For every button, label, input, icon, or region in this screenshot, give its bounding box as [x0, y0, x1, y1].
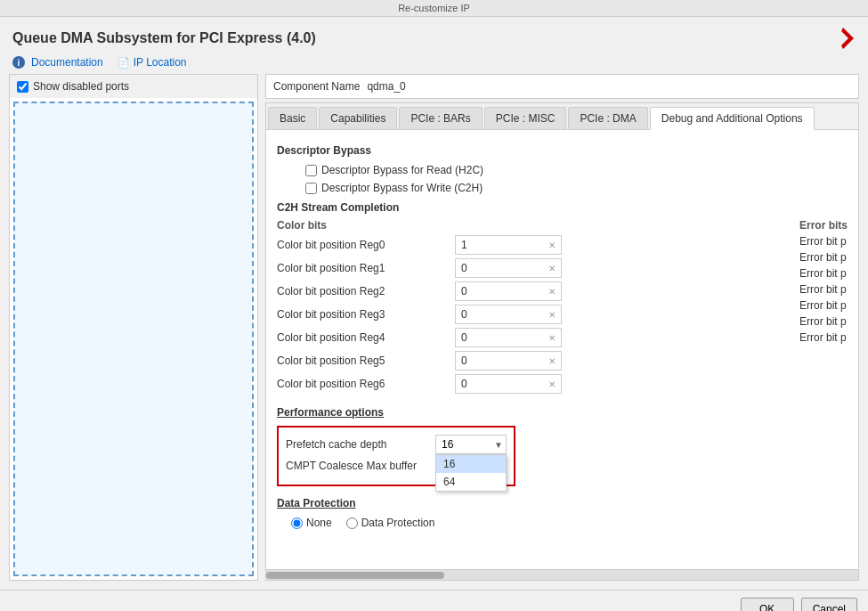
prefetch-cache-select[interactable]: 16 64	[435, 435, 507, 454]
color-bit-label-6: Color bit position Reg6	[277, 378, 455, 390]
performance-box: Prefetch cache depth 16 64 ▼	[277, 426, 515, 486]
ip-location-label: IP Location	[134, 56, 187, 69]
tab-debug[interactable]: Debug and Additional Options	[650, 107, 815, 130]
info-icon: i	[12, 56, 25, 69]
dropdown-option-16[interactable]: 16	[436, 455, 506, 473]
c2h-section: C2H Stream Completion Color bits Color b…	[277, 201, 848, 397]
nav-links: i Documentation 📄 IP Location	[0, 54, 868, 74]
error-bit-text-4: Error bit p	[799, 299, 847, 312]
radio-data-protection[interactable]	[346, 517, 358, 529]
c2h-title: C2H Stream Completion	[277, 201, 848, 214]
clear-icon-5[interactable]: ✕	[548, 356, 556, 366]
port-canvas	[13, 102, 254, 576]
documentation-link[interactable]: i Documentation	[12, 56, 103, 69]
show-disabled-ports-label: Show disabled ports	[33, 80, 129, 93]
color-bit-label-4: Color bit position Reg4	[277, 331, 455, 344]
color-bits-header: Color bits	[277, 219, 782, 232]
right-panel: Component Name qdma_0 Basic Capabilities…	[265, 74, 859, 581]
main-window: Queue DMA Subsystem for PCI Express (4.0…	[0, 17, 868, 611]
color-bit-value-0: 1	[461, 239, 467, 251]
color-bit-input-0[interactable]: 1 ✕	[455, 235, 562, 255]
color-bit-input-6[interactable]: 0 ✕	[455, 374, 562, 394]
color-bit-input-4[interactable]: 0 ✕	[455, 328, 562, 347]
color-bit-label-1: Color bit position Reg1	[277, 262, 455, 274]
tab-pcie-bars[interactable]: PCIe : BARs	[399, 107, 482, 129]
horizontal-scrollbar[interactable]	[266, 569, 858, 580]
performance-section: Performance options Prefetch cache depth…	[277, 406, 848, 486]
desc-bypass-write-text: Descriptor Bypass for Write (C2H)	[321, 182, 483, 194]
color-bit-label-2: Color bit position Reg2	[277, 285, 455, 297]
desc-bypass-read-checkbox[interactable]	[305, 165, 317, 176]
error-bit-row-2: Error bit p	[799, 267, 848, 280]
clear-icon-6[interactable]: ✕	[548, 379, 556, 389]
clear-icon-4[interactable]: ✕	[548, 333, 556, 343]
folder-icon: 📄	[118, 57, 130, 69]
error-bit-row-4: Error bit p	[799, 299, 848, 312]
component-name-row: Component Name qdma_0	[265, 74, 859, 99]
color-bit-row-2: Color bit position Reg2 0 ✕	[277, 281, 782, 301]
error-bit-row-6: Error bit p	[799, 331, 848, 344]
ip-location-link[interactable]: 📄 IP Location	[118, 56, 187, 69]
xilinx-logo	[831, 26, 856, 51]
svg-marker-0	[841, 28, 854, 49]
descriptor-bypass-checkboxes: Descriptor Bypass for Read (H2C) Descrip…	[291, 164, 848, 194]
bottom-bar: OK Cancel	[0, 590, 868, 611]
error-bits-col: Error bits Error bit p Error bit p Error…	[782, 219, 848, 397]
color-bit-label-3: Color bit position Reg3	[277, 308, 455, 321]
color-bit-value-4: 0	[461, 331, 467, 344]
data-protection-radio-group: None Data Protection	[291, 517, 848, 529]
color-bit-input-1[interactable]: 0 ✕	[455, 258, 562, 278]
error-bit-text-1: Error bit p	[799, 251, 847, 264]
component-name-value: qdma_0	[367, 80, 405, 93]
error-bit-text-0: Error bit p	[799, 235, 847, 248]
ok-button[interactable]: OK	[741, 598, 794, 611]
tab-basic[interactable]: Basic	[268, 107, 317, 129]
show-disabled-ports-row: Show disabled ports	[10, 75, 257, 98]
performance-title: Performance options	[277, 406, 848, 419]
component-name-label: Component Name	[273, 80, 360, 93]
color-bit-row-3: Color bit position Reg3 0 ✕	[277, 305, 782, 324]
color-bit-label-0: Color bit position Reg0	[277, 239, 455, 251]
error-bit-row-0: Error bit p	[799, 235, 848, 248]
clear-icon-1[interactable]: ✕	[548, 264, 556, 273]
dropdown-option-64[interactable]: 64	[436, 473, 506, 491]
cmpt-coalesce-label: CMPT Coalesce Max buffer	[286, 460, 428, 472]
color-bit-input-5[interactable]: 0 ✕	[455, 351, 562, 371]
error-bits-header: Error bits	[799, 219, 848, 232]
color-bits-col: Color bits Color bit position Reg0 1 ✕	[277, 219, 782, 397]
color-bit-value-6: 0	[461, 378, 467, 390]
desc-bypass-read-text: Descriptor Bypass for Read (H2C)	[321, 164, 483, 176]
tab-pcie-dma[interactable]: PCIe : DMA	[568, 107, 647, 129]
tab-capabilities[interactable]: Capabilities	[319, 107, 397, 129]
radio-none-text: None	[306, 517, 332, 529]
title-bar-text: Re-customize IP	[398, 3, 470, 13]
clear-icon-3[interactable]: ✕	[548, 310, 556, 320]
clear-icon-2[interactable]: ✕	[548, 287, 556, 297]
tab-pcie-misc[interactable]: PCIe : MISC	[484, 107, 567, 129]
window-title: Queue DMA Subsystem for PCI Express (4.0…	[12, 30, 316, 46]
clear-icon-0[interactable]: ✕	[548, 240, 556, 250]
color-bit-row-0: Color bit position Reg0 1 ✕	[277, 235, 782, 255]
radio-none[interactable]	[291, 517, 303, 529]
desc-bypass-read-label: Descriptor Bypass for Read (H2C)	[305, 164, 848, 176]
data-protection-title: Data Protection	[277, 497, 848, 509]
color-bit-value-1: 0	[461, 262, 467, 274]
window-header: Queue DMA Subsystem for PCI Express (4.0…	[0, 17, 868, 54]
color-bit-row-5: Color bit position Reg5 0 ✕	[277, 351, 782, 371]
desc-bypass-write-checkbox[interactable]	[305, 183, 317, 194]
scrollbar-thumb[interactable]	[266, 572, 444, 579]
radio-data-protection-label: Data Protection	[346, 517, 435, 529]
color-bit-input-2[interactable]: 0 ✕	[455, 281, 562, 301]
data-protection-section: Data Protection None Data Protection	[277, 497, 848, 529]
left-panel: Show disabled ports	[9, 74, 258, 581]
color-bit-value-2: 0	[461, 285, 467, 297]
show-disabled-ports-checkbox[interactable]	[17, 81, 28, 93]
cancel-button[interactable]: Cancel	[801, 598, 857, 611]
prefetch-cache-label: Prefetch cache depth	[286, 438, 428, 451]
color-bit-input-3[interactable]: 0 ✕	[455, 305, 562, 324]
color-bit-row-6: Color bit position Reg6 0 ✕	[277, 374, 782, 394]
error-bit-row-3: Error bit p	[799, 283, 848, 296]
desc-bypass-write-label: Descriptor Bypass for Write (C2H)	[305, 182, 848, 194]
color-bit-row-4: Color bit position Reg4 0 ✕	[277, 328, 782, 347]
tab-content: Descriptor Bypass Descriptor Bypass for …	[266, 130, 858, 569]
